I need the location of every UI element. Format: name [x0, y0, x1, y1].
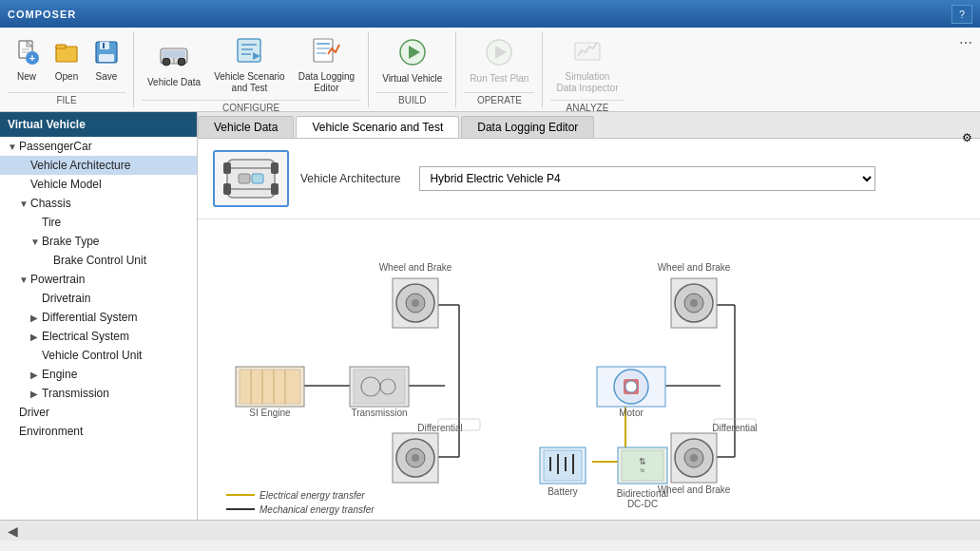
tree-item-engine[interactable]: ▶Engine	[0, 365, 197, 384]
main-area: Virtual Vehicle ▼PassengerCarVehicle Arc…	[0, 112, 980, 520]
svg-text:≈: ≈	[641, 466, 645, 475]
tree-item-tire[interactable]: Tire	[0, 213, 197, 232]
tree-label-vehicle-model: Vehicle Model	[30, 178, 102, 191]
svg-text:Battery: Battery	[548, 486, 578, 497]
ribbon-group-analyze-items: Simulation Data Inspector	[550, 31, 624, 98]
simulation-inspector-button[interactable]: Simulation Data Inspector	[550, 31, 624, 98]
tree-item-electrical-system[interactable]: ▶Electrical System	[0, 327, 197, 346]
ribbon: + New Open	[0, 28, 980, 112]
titlebar: COMPOSER ?	[0, 0, 980, 28]
tree-item-passenger-car[interactable]: ▼PassengerCar	[0, 137, 197, 156]
tree-label-passenger-car: PassengerCar	[19, 140, 92, 153]
arch-header: Vehicle Architecture Hybrid Electric Veh…	[198, 139, 980, 219]
run-test-plan-button[interactable]: Run Test Plan	[464, 33, 534, 88]
tree-item-vehicle-model[interactable]: Vehicle Model	[0, 175, 197, 194]
ribbon-collapse-icon[interactable]: ⋯	[959, 35, 972, 50]
save-icon	[93, 39, 120, 69]
open-button[interactable]: Open	[48, 35, 86, 86]
tree-expand-passenger-car: ▼	[8, 142, 19, 152]
tree-item-environment[interactable]: Environment	[0, 422, 197, 441]
save-button[interactable]: Save	[87, 35, 125, 86]
vehicle-data-button[interactable]: Vehicle Data	[142, 37, 206, 92]
ribbon-group-build: Virtual Vehicle BUILD	[369, 31, 456, 107]
tree-expand-powertrain: ▼	[19, 275, 30, 285]
svg-point-74	[412, 299, 419, 307]
file-group-label: FILE	[8, 92, 125, 107]
tree-item-powertrain[interactable]: ▼Powertrain	[0, 270, 197, 289]
svg-text:SI Engine: SI Engine	[249, 408, 291, 418]
tree-item-driver[interactable]: Driver	[0, 403, 197, 422]
svg-rect-7	[56, 45, 66, 48]
svg-rect-17	[238, 39, 260, 62]
svg-rect-15	[163, 50, 185, 58]
save-label: Save	[96, 71, 118, 83]
svg-rect-60	[240, 370, 300, 404]
svg-text:⇅: ⇅	[639, 457, 646, 466]
svg-point-13	[163, 58, 170, 66]
content-area: Vehicle Architecture Hybrid Electric Veh…	[198, 139, 980, 520]
arch-label: Vehicle Architecture	[300, 172, 400, 185]
virtual-vehicle-icon	[397, 37, 428, 71]
svg-rect-10	[99, 54, 114, 62]
tree-expand-transmission: ▶	[30, 389, 42, 399]
svg-rect-33	[223, 183, 231, 195]
svg-text:Electrical energy transfer: Electrical energy transfer	[259, 490, 365, 501]
run-test-plan-label: Run Test Plan	[470, 73, 528, 85]
sidebar: Virtual Vehicle ▼PassengerCarVehicle Arc…	[0, 112, 198, 520]
tree-item-transmission[interactable]: ▶Transmission	[0, 384, 197, 403]
tree-label-electrical-system: Electrical System	[42, 330, 129, 343]
new-button[interactable]: + New	[8, 35, 46, 86]
svg-text:DC-DC: DC-DC	[627, 499, 658, 509]
tree-label-brake-control-unit: Brake Control Unit	[53, 254, 146, 267]
vehicle-data-icon	[159, 41, 189, 75]
svg-point-93	[690, 454, 698, 462]
tree-item-vehicle-architecture[interactable]: Vehicle Architecture	[0, 156, 197, 175]
data-logging-label: Data Logging Editor	[298, 71, 355, 94]
build-group-label: BUILD	[376, 92, 448, 107]
help-button[interactable]: ?	[951, 5, 972, 24]
svg-rect-38	[252, 174, 263, 183]
operate-group-label: OPERATE	[464, 92, 534, 107]
svg-text:Differential: Differential	[417, 423, 463, 433]
tree-item-differential-system[interactable]: ▶Differential System	[0, 308, 197, 327]
open-label: Open	[55, 71, 78, 83]
tree-label-engine: Engine	[42, 368, 77, 381]
vehicle-data-label: Vehicle Data	[147, 77, 201, 88]
data-logging-button[interactable]: Data Logging Editor	[293, 31, 361, 98]
settings-icon[interactable]: ⚙	[962, 131, 972, 144]
tree-item-vehicle-control-unit[interactable]: Vehicle Control Unit	[0, 346, 197, 365]
tree-item-brake-type[interactable]: ▼Brake Type	[0, 232, 197, 251]
tree-label-vehicle-architecture: Vehicle Architecture	[30, 159, 130, 172]
tree-label-tire: Tire	[42, 216, 61, 229]
simulation-inspector-label: Simulation Data Inspector	[556, 71, 618, 94]
svg-point-88	[690, 299, 698, 307]
tab-data-logging-editor[interactable]: Data Logging Editor	[461, 116, 594, 138]
virtual-vehicle-label: Virtual Vehicle	[382, 73, 442, 85]
svg-text:Bidirectional: Bidirectional	[617, 488, 668, 499]
data-logging-icon	[311, 35, 341, 69]
tree-label-transmission: Transmission	[42, 387, 109, 400]
tree-expand-chassis: ▼	[19, 199, 30, 209]
vehicle-scenario-button[interactable]: Vehicle Scenario and Test	[208, 31, 291, 98]
statusbar-arrow[interactable]: ◀	[8, 523, 18, 539]
tree-item-brake-control-unit[interactable]: Brake Control Unit	[0, 251, 197, 270]
tree-item-drivetrain[interactable]: Drivetrain	[0, 289, 197, 308]
tab-vehicle-data[interactable]: Vehicle Data	[198, 116, 294, 138]
new-label: New	[17, 71, 36, 83]
vehicle-scenario-icon	[234, 35, 264, 69]
svg-text:Motor: Motor	[619, 408, 644, 418]
tree-item-chassis[interactable]: ▼Chassis	[0, 194, 197, 213]
svg-point-83	[625, 381, 637, 392]
ribbon-group-file: + New Open	[0, 31, 134, 107]
svg-text:Differential: Differential	[712, 423, 758, 433]
svg-rect-34	[271, 183, 279, 195]
vehicle-diagram: Electrical energy transfer Mechanical en…	[217, 229, 968, 520]
simulation-inspector-icon	[572, 35, 603, 69]
run-test-plan-icon	[484, 37, 514, 71]
diagram-area: Electrical energy transfer Mechanical en…	[198, 219, 980, 520]
ribbon-group-configure: Vehicle Data Vehicle Scenario and Test	[134, 31, 369, 107]
svg-rect-37	[239, 174, 250, 183]
tab-vehicle-scenario[interactable]: Vehicle Scenario and Test	[296, 116, 459, 138]
arch-select[interactable]: Hybrid Electric Vehicle P4Conventional V…	[419, 166, 875, 191]
virtual-vehicle-button[interactable]: Virtual Vehicle	[376, 33, 448, 88]
